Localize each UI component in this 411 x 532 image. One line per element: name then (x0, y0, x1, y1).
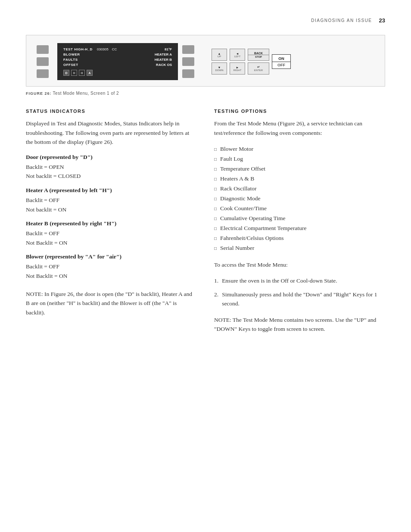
heatera-line1: Backlit = OFF (26, 196, 197, 205)
door-line1: Backlit = OPEN (26, 162, 197, 172)
heaterb-line1: Backlit = OFF (26, 229, 197, 238)
status-note: NOTE: In Figure 26, the door is open (th… (26, 289, 197, 317)
cp-temp: 81°F (165, 47, 172, 51)
indicator-4 (182, 45, 194, 54)
key-right[interactable]: ► RIGHT (230, 62, 245, 75)
bullet-0: Blower Motor (214, 144, 385, 154)
indicator-5 (182, 57, 194, 66)
cp-cc: CC (112, 47, 117, 51)
right-side-indicators (182, 45, 194, 78)
blower-line2: Not Backlit = ON (26, 271, 197, 281)
section-title-header: DIAGNOSING AN ISSUE (311, 18, 372, 23)
key-left[interactable]: ◄ LEFT (230, 49, 245, 61)
content-columns: STATUS INDICATORS Displayed in Test and … (26, 109, 385, 334)
key-up[interactable]: ▲ UP (212, 49, 227, 61)
icon-d: D (63, 70, 69, 76)
key-enter[interactable]: ↵ ENTER (248, 62, 269, 75)
access-steps: 1. Ensure the oven is in the Off or Cool… (214, 276, 385, 308)
key-on-off[interactable]: ON OFF (272, 54, 291, 69)
bullet-9: Fahrenheit/Celsius Options (214, 233, 385, 243)
blower-line1: Backlit = OFF (26, 262, 197, 271)
cp-heaterb: HEATER B (155, 58, 172, 62)
cp-heatera: HEATER A (155, 53, 172, 56)
indicator-6 (182, 69, 194, 78)
step-1: 1. Ensure the oven is in the Off or Cool… (214, 276, 385, 286)
control-panel-display: TEST HIGH-H_D 030305 CC 81°F BLOWER HEAT… (57, 43, 178, 80)
left-column: STATUS INDICATORS Displayed in Test and … (26, 109, 197, 334)
keypad-row-1: ▲ UP ◄ LEFT BACK STOP (212, 49, 269, 61)
bullet-5: Diagnostic Mode (214, 194, 385, 204)
icon-h2: H (79, 70, 85, 76)
status-indicators-intro: Displayed in Test and Diagnostic Modes, … (26, 119, 197, 147)
step-2: 2. Simultaneously press and hold the "Do… (214, 290, 385, 308)
icon-h1: H (71, 70, 77, 76)
keypad-row-2: ▼ DOWN ► RIGHT ↵ ENTER (212, 62, 269, 75)
bullet-1: Fault Log (214, 154, 385, 164)
status-indicators-title: STATUS INDICATORS (26, 109, 197, 114)
cp-label-2: BLOWER (63, 53, 93, 56)
page-number: 23 (379, 17, 385, 24)
testing-bullets: Blower Motor Fault Log Temperature Offse… (214, 144, 385, 253)
cp-label-3: FAULTS (63, 58, 93, 62)
right-column: TESTING OPTIONS From the Test Mode Menu … (214, 109, 385, 334)
indicator-3 (37, 69, 49, 78)
figure-caption: FIGURE 26: Test Mode Menu, Screen 1 of 2 (26, 91, 385, 96)
figure-caption-text: Test Mode Menu, Screen 1 of 2 (52, 91, 119, 96)
key-on-label: ON (272, 56, 290, 62)
key-off-label: OFF (272, 62, 290, 67)
cp-label-4: OFFSET (63, 63, 93, 67)
cp-label-1: TEST HIGH-H_D (63, 47, 93, 51)
door-line2: Not backlit = CLOSED (26, 171, 197, 181)
figure-label: FIGURE 26: (26, 91, 52, 96)
access-intro: To access the Test Mode Menu: (214, 260, 385, 270)
page-header: DIAGNOSING AN ISSUE 23 (26, 17, 385, 26)
heaterb-title: Heater B (represented by right "H") (26, 220, 197, 227)
key-down[interactable]: ▼ DOWN (212, 62, 227, 75)
heaterb-line2: Not Backlit = ON (26, 238, 197, 248)
bullet-6: Cook Counter/Time (214, 204, 385, 214)
bullet-10: Serial Number (214, 243, 385, 253)
indicator-1 (37, 45, 49, 54)
bullet-3: Heaters A & B (214, 174, 385, 184)
bullet-7: Cumulative Operating Time (214, 214, 385, 224)
testing-note: NOTE: The Test Mode Menu contains two sc… (214, 315, 385, 334)
heatera-title: Heater A (represented by left "H") (26, 187, 197, 194)
key-back-stop[interactable]: BACK STOP (248, 49, 269, 61)
indicator-2 (37, 57, 49, 66)
heatera-line2: Not backlit = ON (26, 205, 197, 215)
blower-title: Blower (represented by "A" for "air") (26, 253, 197, 260)
cp-value-1: 030305 (97, 47, 109, 51)
testing-options-title: TESTING OPTIONS (214, 109, 385, 114)
cp-rackos: RACK OS (156, 63, 172, 67)
bullet-2: Temperature Offset (214, 164, 385, 174)
figure-container: TEST HIGH-H_D 030305 CC 81°F BLOWER HEAT… (26, 35, 385, 87)
left-indicators (37, 45, 49, 78)
door-title: Door (represented by "D") (26, 154, 197, 161)
icon-a: A (87, 70, 93, 76)
testing-options-intro: From the Test Mode Menu (Figure 26), a s… (214, 119, 385, 137)
bullet-4: Rack Oscillator (214, 184, 385, 194)
bullet-8: Electrical Compartment Temperature (214, 224, 385, 233)
